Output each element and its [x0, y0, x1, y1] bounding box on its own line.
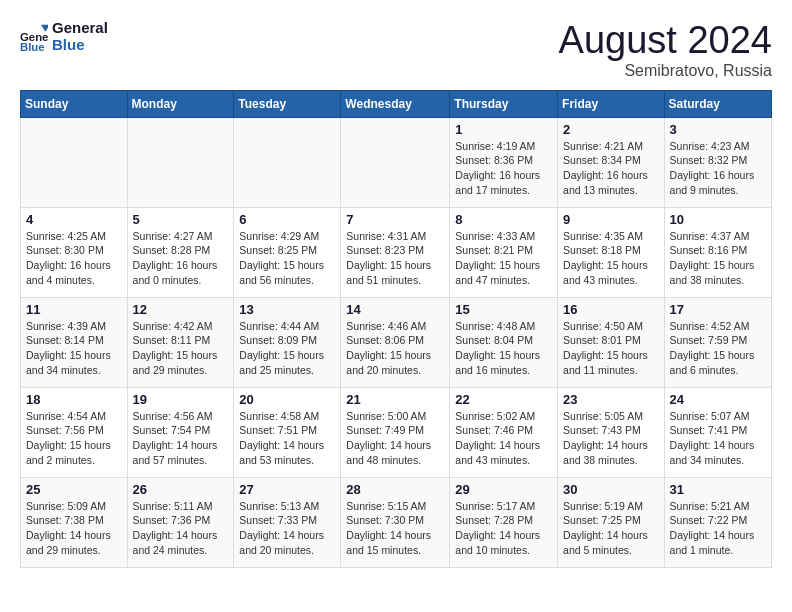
calendar-cell: 4Sunrise: 4:25 AM Sunset: 8:30 PM Daylig… — [21, 207, 128, 297]
calendar-header: Sunday Monday Tuesday Wednesday Thursday… — [21, 90, 772, 117]
day-info: Sunrise: 5:15 AM Sunset: 7:30 PM Dayligh… — [346, 499, 444, 558]
day-info: Sunrise: 4:33 AM Sunset: 8:21 PM Dayligh… — [455, 229, 552, 288]
calendar-cell: 20Sunrise: 4:58 AM Sunset: 7:51 PM Dayli… — [234, 387, 341, 477]
day-info: Sunrise: 5:05 AM Sunset: 7:43 PM Dayligh… — [563, 409, 659, 468]
calendar-title: August 2024 — [559, 20, 772, 62]
day-number: 3 — [670, 122, 766, 137]
header-monday: Monday — [127, 90, 234, 117]
day-info: Sunrise: 5:21 AM Sunset: 7:22 PM Dayligh… — [670, 499, 766, 558]
day-number: 26 — [133, 482, 229, 497]
day-info: Sunrise: 4:44 AM Sunset: 8:09 PM Dayligh… — [239, 319, 335, 378]
day-info: Sunrise: 5:09 AM Sunset: 7:38 PM Dayligh… — [26, 499, 122, 558]
calendar-cell: 26Sunrise: 5:11 AM Sunset: 7:36 PM Dayli… — [127, 477, 234, 567]
calendar-cell: 22Sunrise: 5:02 AM Sunset: 7:46 PM Dayli… — [450, 387, 558, 477]
day-number: 8 — [455, 212, 552, 227]
calendar-cell — [21, 117, 128, 207]
day-info: Sunrise: 4:35 AM Sunset: 8:18 PM Dayligh… — [563, 229, 659, 288]
calendar-cell: 14Sunrise: 4:46 AM Sunset: 8:06 PM Dayli… — [341, 297, 450, 387]
calendar-cell: 24Sunrise: 5:07 AM Sunset: 7:41 PM Dayli… — [664, 387, 771, 477]
calendar-cell: 15Sunrise: 4:48 AM Sunset: 8:04 PM Dayli… — [450, 297, 558, 387]
day-number: 6 — [239, 212, 335, 227]
day-info: Sunrise: 4:42 AM Sunset: 8:11 PM Dayligh… — [133, 319, 229, 378]
calendar-week-3: 11Sunrise: 4:39 AM Sunset: 8:14 PM Dayli… — [21, 297, 772, 387]
calendar-cell: 28Sunrise: 5:15 AM Sunset: 7:30 PM Dayli… — [341, 477, 450, 567]
day-number: 19 — [133, 392, 229, 407]
calendar-cell: 18Sunrise: 4:54 AM Sunset: 7:56 PM Dayli… — [21, 387, 128, 477]
day-info: Sunrise: 4:19 AM Sunset: 8:36 PM Dayligh… — [455, 139, 552, 198]
day-number: 9 — [563, 212, 659, 227]
day-number: 17 — [670, 302, 766, 317]
calendar-cell: 17Sunrise: 4:52 AM Sunset: 7:59 PM Dayli… — [664, 297, 771, 387]
calendar-cell: 30Sunrise: 5:19 AM Sunset: 7:25 PM Dayli… — [558, 477, 665, 567]
calendar-cell — [341, 117, 450, 207]
logo: General Blue General Blue — [20, 20, 108, 53]
day-number: 11 — [26, 302, 122, 317]
day-number: 22 — [455, 392, 552, 407]
calendar-cell: 8Sunrise: 4:33 AM Sunset: 8:21 PM Daylig… — [450, 207, 558, 297]
calendar-cell: 12Sunrise: 4:42 AM Sunset: 8:11 PM Dayli… — [127, 297, 234, 387]
logo-line1: General — [52, 20, 108, 37]
day-number: 23 — [563, 392, 659, 407]
calendar-week-5: 25Sunrise: 5:09 AM Sunset: 7:38 PM Dayli… — [21, 477, 772, 567]
calendar-subtitle: Semibratovo, Russia — [559, 62, 772, 80]
calendar-table: Sunday Monday Tuesday Wednesday Thursday… — [20, 90, 772, 568]
calendar-week-1: 1Sunrise: 4:19 AM Sunset: 8:36 PM Daylig… — [21, 117, 772, 207]
day-info: Sunrise: 4:27 AM Sunset: 8:28 PM Dayligh… — [133, 229, 229, 288]
calendar-cell — [127, 117, 234, 207]
calendar-cell: 13Sunrise: 4:44 AM Sunset: 8:09 PM Dayli… — [234, 297, 341, 387]
header-friday: Friday — [558, 90, 665, 117]
day-number: 25 — [26, 482, 122, 497]
header-tuesday: Tuesday — [234, 90, 341, 117]
svg-text:Blue: Blue — [20, 41, 45, 51]
day-number: 14 — [346, 302, 444, 317]
day-info: Sunrise: 5:07 AM Sunset: 7:41 PM Dayligh… — [670, 409, 766, 468]
day-info: Sunrise: 4:46 AM Sunset: 8:06 PM Dayligh… — [346, 319, 444, 378]
day-info: Sunrise: 5:17 AM Sunset: 7:28 PM Dayligh… — [455, 499, 552, 558]
calendar-cell: 1Sunrise: 4:19 AM Sunset: 8:36 PM Daylig… — [450, 117, 558, 207]
day-info: Sunrise: 4:39 AM Sunset: 8:14 PM Dayligh… — [26, 319, 122, 378]
day-info: Sunrise: 4:48 AM Sunset: 8:04 PM Dayligh… — [455, 319, 552, 378]
calendar-cell: 27Sunrise: 5:13 AM Sunset: 7:33 PM Dayli… — [234, 477, 341, 567]
day-number: 18 — [26, 392, 122, 407]
day-info: Sunrise: 4:31 AM Sunset: 8:23 PM Dayligh… — [346, 229, 444, 288]
day-number: 29 — [455, 482, 552, 497]
day-number: 1 — [455, 122, 552, 137]
calendar-cell: 11Sunrise: 4:39 AM Sunset: 8:14 PM Dayli… — [21, 297, 128, 387]
day-number: 28 — [346, 482, 444, 497]
day-number: 12 — [133, 302, 229, 317]
day-info: Sunrise: 4:54 AM Sunset: 7:56 PM Dayligh… — [26, 409, 122, 468]
calendar-cell: 5Sunrise: 4:27 AM Sunset: 8:28 PM Daylig… — [127, 207, 234, 297]
day-info: Sunrise: 5:13 AM Sunset: 7:33 PM Dayligh… — [239, 499, 335, 558]
day-info: Sunrise: 5:02 AM Sunset: 7:46 PM Dayligh… — [455, 409, 552, 468]
calendar-cell: 31Sunrise: 5:21 AM Sunset: 7:22 PM Dayli… — [664, 477, 771, 567]
calendar-cell: 25Sunrise: 5:09 AM Sunset: 7:38 PM Dayli… — [21, 477, 128, 567]
calendar-cell: 16Sunrise: 4:50 AM Sunset: 8:01 PM Dayli… — [558, 297, 665, 387]
calendar-cell: 21Sunrise: 5:00 AM Sunset: 7:49 PM Dayli… — [341, 387, 450, 477]
header-saturday: Saturday — [664, 90, 771, 117]
calendar-cell: 7Sunrise: 4:31 AM Sunset: 8:23 PM Daylig… — [341, 207, 450, 297]
day-number: 20 — [239, 392, 335, 407]
day-info: Sunrise: 4:25 AM Sunset: 8:30 PM Dayligh… — [26, 229, 122, 288]
page-header: General Blue General Blue August 2024 Se… — [20, 20, 772, 80]
calendar-body: 1Sunrise: 4:19 AM Sunset: 8:36 PM Daylig… — [21, 117, 772, 567]
day-info: Sunrise: 4:52 AM Sunset: 7:59 PM Dayligh… — [670, 319, 766, 378]
day-number: 7 — [346, 212, 444, 227]
header-sunday: Sunday — [21, 90, 128, 117]
day-info: Sunrise: 5:00 AM Sunset: 7:49 PM Dayligh… — [346, 409, 444, 468]
header-row: Sunday Monday Tuesday Wednesday Thursday… — [21, 90, 772, 117]
calendar-cell: 19Sunrise: 4:56 AM Sunset: 7:54 PM Dayli… — [127, 387, 234, 477]
day-info: Sunrise: 4:58 AM Sunset: 7:51 PM Dayligh… — [239, 409, 335, 468]
header-wednesday: Wednesday — [341, 90, 450, 117]
day-number: 5 — [133, 212, 229, 227]
calendar-cell: 6Sunrise: 4:29 AM Sunset: 8:25 PM Daylig… — [234, 207, 341, 297]
day-number: 13 — [239, 302, 335, 317]
day-number: 2 — [563, 122, 659, 137]
calendar-week-2: 4Sunrise: 4:25 AM Sunset: 8:30 PM Daylig… — [21, 207, 772, 297]
day-number: 27 — [239, 482, 335, 497]
day-number: 15 — [455, 302, 552, 317]
day-info: Sunrise: 4:50 AM Sunset: 8:01 PM Dayligh… — [563, 319, 659, 378]
day-info: Sunrise: 4:56 AM Sunset: 7:54 PM Dayligh… — [133, 409, 229, 468]
day-info: Sunrise: 4:37 AM Sunset: 8:16 PM Dayligh… — [670, 229, 766, 288]
day-info: Sunrise: 4:21 AM Sunset: 8:34 PM Dayligh… — [563, 139, 659, 198]
calendar-cell: 9Sunrise: 4:35 AM Sunset: 8:18 PM Daylig… — [558, 207, 665, 297]
